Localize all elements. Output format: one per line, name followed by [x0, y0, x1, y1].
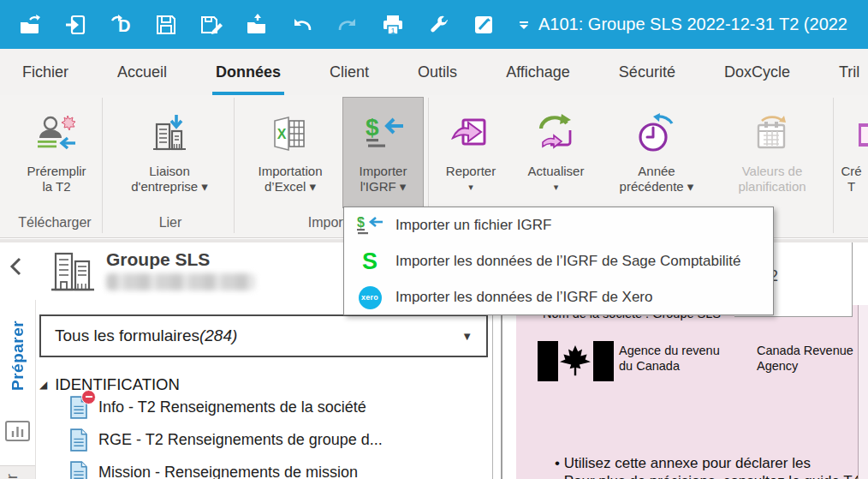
sidebar-tab-reviser[interactable]: r — [0, 466, 35, 479]
redo-icon[interactable] — [336, 14, 359, 36]
prefill-t2-icon — [12, 104, 101, 164]
tree-item-rge[interactable]: RGE - T2 Renseignements de groupe d... — [68, 427, 383, 452]
collapse-ribbon-icon[interactable] — [518, 19, 530, 31]
forms-filter-count: (284) — [199, 326, 237, 345]
undo-icon[interactable] — [291, 14, 313, 36]
svg-text:1: 1 — [390, 27, 395, 35]
forms-filter-value: Tous les formulaires — [55, 326, 199, 345]
tree-expand-icon[interactable]: ◢ — [39, 379, 47, 391]
sidebar-mode-strip: Préparer r — [0, 300, 36, 479]
print-icon[interactable]: 1 — [382, 14, 404, 36]
igrf-import-icon: $ — [355, 213, 384, 238]
sage-icon: S — [355, 248, 384, 274]
excel-import-button[interactable]: X Importation d’Excel ▾ — [240, 97, 341, 208]
collapse-panel-chevron-icon[interactable] — [9, 257, 22, 276]
carry-forward-icon — [433, 104, 508, 164]
form-doc-icon — [68, 461, 89, 479]
instruction-bullet-1: • Utilisez cette annexe pour déclarer le… — [555, 454, 858, 472]
save-as-icon[interactable] — [200, 14, 223, 36]
forms-filter-select[interactable]: Tous les formulaires (284) ▼ — [39, 314, 488, 357]
tab-donnees[interactable]: Données — [216, 49, 281, 95]
cra-french-name: Agence du revenu du Canada — [619, 343, 720, 374]
tab-affichage[interactable]: Affichage — [506, 49, 570, 95]
application-window: D 1 A101: Groupe SLS 2022-12-31 T2 (2022… — [0, 0, 868, 479]
tab-client[interactable]: Client — [330, 49, 369, 95]
create-return-button[interactable]: Cré T — [835, 97, 868, 208]
title-bar: D 1 A101: Groupe SLS 2022-12-31 T2 (2022 — [0, 0, 868, 49]
prefill-t2-button[interactable]: Préremplir la T2 — [12, 97, 101, 208]
group-label-lier: Lier — [115, 215, 226, 231]
reporter-button[interactable]: Reporter ▾ — [433, 97, 508, 208]
sidebar-tab-preparer[interactable]: Préparer — [0, 303, 35, 408]
maple-leaf-icon — [558, 341, 592, 381]
close-file-icon[interactable] — [246, 14, 268, 36]
svg-text:X: X — [277, 127, 287, 141]
refresh-icon — [513, 104, 599, 164]
form-doc-icon — [68, 428, 89, 452]
canada-flag-bar-left — [538, 341, 558, 381]
menu-item-import-igrf-file[interactable]: $ Importer un fichier IGRF — [344, 207, 773, 243]
canada-flag-bar-right — [593, 341, 614, 381]
tree-section-identification[interactable]: ◢ IDENTIFICATION — [39, 375, 180, 394]
menu-item-import-sage[interactable]: S Importer les données de l’IGRF de Sage… — [344, 243, 773, 279]
chevron-down-icon[interactable]: ▼ — [461, 330, 473, 343]
import-doxcycle-icon[interactable]: D — [110, 14, 132, 36]
valeurs-planification-button: Valeurs de planification — [716, 97, 829, 208]
open-file-icon[interactable] — [19, 14, 41, 36]
form-doc-icon — [68, 396, 89, 419]
business-link-icon — [108, 104, 231, 164]
tab-fichier[interactable]: Fichier — [22, 49, 68, 95]
options-wrench-icon[interactable] — [427, 14, 449, 36]
ribbon-tab-bar: Fichier Accueil Données Client Outils Af… — [0, 49, 868, 95]
igrf-import-menu: $ Importer un fichier IGRF S Importer le… — [343, 207, 774, 315]
form-scroll-edge[interactable] — [858, 305, 859, 479]
tab-outils[interactable]: Outils — [418, 49, 457, 95]
xero-icon: xero — [355, 284, 384, 310]
previous-year-clock-icon — [603, 104, 710, 164]
tab-accueil[interactable]: Accueil — [117, 49, 167, 95]
cra-form-page: Nom de la société : Groupe SLS Agence du… — [516, 305, 858, 479]
tree-item-mission[interactable]: Mission - Renseignements de mission — [68, 459, 358, 479]
igrf-import-icon: $ — [343, 104, 423, 164]
menu-item-import-xero[interactable]: xero Importer les données de l’IGRF de X… — [344, 279, 773, 315]
form-instructions: • Utilisez cette annexe pour déclarer le… — [555, 454, 858, 479]
minus-badge-icon — [81, 390, 96, 404]
save-icon[interactable] — [155, 14, 177, 36]
actualiser-button[interactable]: Actualiser ▾ — [513, 97, 599, 208]
annee-precedente-button[interactable]: Année précédente ▾ — [603, 97, 710, 208]
svg-text:$: $ — [357, 215, 365, 230]
tab-securite[interactable]: Sécurité — [619, 49, 675, 95]
import-file-icon[interactable] — [64, 14, 86, 36]
group-label-telecharger: Télécharger — [7, 215, 103, 231]
client-id-redacted — [106, 273, 255, 290]
prepare-doc-icon — [5, 420, 31, 442]
client-building-icon — [50, 248, 96, 300]
window-title: A101: Groupe SLS 2022-12-31 T2 (2022 — [538, 15, 847, 34]
client-name: Groupe SLS — [106, 249, 210, 270]
liaison-entreprise-button[interactable]: Liaison d'entreprise ▾ — [108, 97, 231, 208]
excel-icon: X — [240, 104, 341, 164]
tab-trillium[interactable]: Tril — [839, 49, 859, 95]
planning-calendar-icon — [716, 104, 829, 164]
create-return-icon — [835, 104, 868, 164]
tab-doxcycle[interactable]: DoxCycle — [724, 49, 790, 95]
instruction-bullet-2: • Pour plus de précisions, consultez le … — [555, 472, 858, 479]
tree-item-info[interactable]: Info - T2 Renseignements de la société — [68, 394, 366, 420]
cra-english-name: Canada Revenue Agency — [757, 343, 853, 374]
svg-text:$: $ — [366, 114, 379, 141]
memo-icon[interactable] — [473, 14, 495, 36]
import-igrf-button[interactable]: $ Importer l'IGRF ▾ — [342, 97, 424, 208]
